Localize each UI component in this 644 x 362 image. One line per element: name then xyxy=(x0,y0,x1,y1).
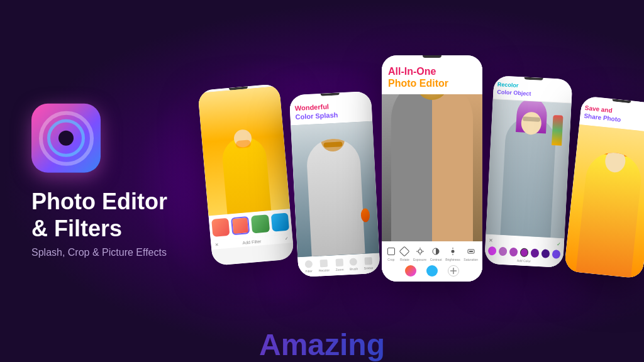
app-subtitle: Splash, Crop & Picture Effects xyxy=(31,247,167,258)
tool-rotate[interactable]: Rotate xyxy=(399,246,409,261)
main-bottom-tools: Crop Rotate Exposure xyxy=(382,241,482,282)
tool-exposure[interactable]: Exposure xyxy=(413,246,426,261)
splash-header: Wonderful Color Splash xyxy=(289,94,372,125)
main-image xyxy=(382,94,482,241)
svg-rect-10 xyxy=(469,251,473,252)
splash-tool-1: Filter xyxy=(304,260,313,273)
tool2-icon-1[interactable] xyxy=(405,265,416,277)
filter-cancel[interactable]: ✕ xyxy=(214,242,219,247)
svg-point-6 xyxy=(451,250,454,253)
app-icon xyxy=(31,104,101,173)
tools-row-2 xyxy=(384,265,480,279)
tools-row-1: Crop Rotate Exposure xyxy=(384,246,480,261)
filter-thumb-3 xyxy=(251,214,270,233)
filter-thumb-1 xyxy=(211,218,230,237)
tool2-icon-3[interactable] xyxy=(448,265,459,277)
phones-container: ✕ Add Filter ✓ Wonderful Color Splash xyxy=(214,0,644,362)
phone-splash-content: Wonderful Color Splash Filter xyxy=(289,91,380,277)
color-dot-7[interactable] xyxy=(552,250,561,259)
phone-splash: Wonderful Color Splash Filter xyxy=(289,91,380,277)
tool-saturation[interactable]: Saturation xyxy=(464,246,478,261)
phone-save: Save and Share Photo xyxy=(564,96,644,279)
splash-title: Wonderful Color Splash xyxy=(294,100,367,122)
phone-filters-content: ✕ Add Filter ✓ xyxy=(197,84,294,266)
color-dot-3[interactable] xyxy=(509,248,518,257)
splash-tool-5: Smear xyxy=(364,257,374,270)
recolor-image xyxy=(486,99,571,238)
phone-filters: ✕ Add Filter ✓ xyxy=(197,84,294,266)
phone-recolor: Recolor Color Object ✕ ✓ xyxy=(484,75,573,268)
splash-tool-4: Brush xyxy=(349,258,358,271)
save-image xyxy=(564,124,644,279)
color-dot-4[interactable] xyxy=(520,248,529,258)
splash-image xyxy=(291,121,379,257)
left-section: Photo Editor & Filters Splash, Crop & Pi… xyxy=(31,104,167,258)
color-dot-6[interactable] xyxy=(541,249,550,258)
tool2-icon-2[interactable] xyxy=(426,265,438,277)
phone-recolor-content: Recolor Color Object ✕ ✓ xyxy=(484,75,573,268)
main-header: All-In-One Photo Editor xyxy=(382,58,482,94)
color-dot-5[interactable] xyxy=(531,248,540,258)
splash-bottom-bar: Filter Recolor Zoom Brush Smear xyxy=(297,253,380,277)
icon-center-dot xyxy=(58,131,74,146)
tool-brightness[interactable]: Brightness xyxy=(445,246,460,261)
filter-confirm[interactable]: ✓ xyxy=(285,236,289,241)
tool-crop[interactable]: Crop xyxy=(386,246,396,261)
recolor-confirm[interactable]: ✓ xyxy=(557,241,561,247)
amazing-text-section: Amazing xyxy=(259,327,385,362)
main-title: All-In-One Photo Editor xyxy=(388,65,476,89)
recolor-title: Recolor Color Object xyxy=(497,81,569,99)
filter-add-label: Add Filter xyxy=(242,239,261,245)
recolor-cancel[interactable]: ✕ xyxy=(489,238,493,243)
color-dot-2[interactable] xyxy=(499,247,508,256)
save-title: Save and Share Photo xyxy=(584,104,644,128)
amazing-text: Amazing xyxy=(259,327,385,362)
phone-main: All-In-One Photo Editor xyxy=(382,55,482,282)
color-dot-1[interactable] xyxy=(488,246,497,256)
filter-image xyxy=(198,86,291,216)
filter-thumb-4 xyxy=(270,212,289,231)
svg-point-0 xyxy=(418,250,422,253)
app-title: Photo Editor & Filters xyxy=(31,188,167,242)
phone-save-content: Save and Share Photo xyxy=(564,96,644,279)
phone-main-content: All-In-One Photo Editor xyxy=(382,55,482,282)
splash-tool-2: Recolor xyxy=(318,260,330,273)
splash-tool-3: Zoom xyxy=(335,258,344,272)
filter-thumb-2 xyxy=(231,216,250,235)
tool-contrast[interactable]: Contrast xyxy=(430,246,442,261)
recolor-bottom: ✕ ✓ Add Color xyxy=(484,234,564,268)
recolor-controls: ✕ ✓ xyxy=(489,238,561,247)
